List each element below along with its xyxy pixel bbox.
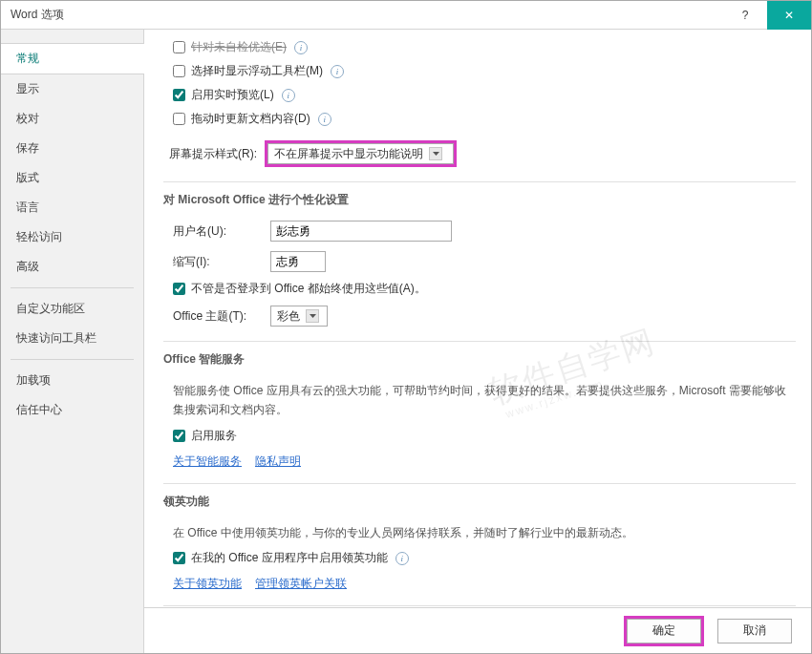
drag-update-checkbox[interactable] [173, 113, 185, 125]
sidebar-item-proofing[interactable]: 校对 [1, 104, 143, 134]
intelligent-enable-row: 启用服务 [163, 424, 796, 448]
screentip-highlight: 不在屏幕提示中显示功能说明 [265, 140, 457, 167]
chevron-down-icon [429, 147, 442, 160]
linkedin-enable-checkbox[interactable] [173, 552, 185, 564]
theme-row: Office 主题(T): 彩色 [163, 301, 796, 331]
info-icon[interactable]: i [294, 41, 308, 54]
sidebar-item-quick-access-toolbar[interactable]: 快速访问工具栏 [1, 324, 143, 353]
info-icon[interactable]: i [282, 89, 295, 102]
about-intelligent-link[interactable]: 关于智能服务 [173, 454, 242, 470]
mini-toolbar-label: 选择时显示浮动工具栏(M) [191, 63, 323, 79]
live-preview-label: 启用实时预览(L) [191, 87, 274, 103]
option-mini-toolbar: 选择时显示浮动工具栏(M) i [163, 59, 796, 83]
mini-toolbar-checkbox[interactable] [173, 65, 185, 77]
sidebar-item-trust-center[interactable]: 信任中心 [1, 395, 143, 425]
sidebar-item-advanced[interactable]: 高级 [1, 252, 143, 282]
screentip-label: 屏幕提示样式(R): [169, 146, 257, 162]
screentip-dropdown[interactable]: 不在屏幕提示中显示功能说明 [267, 143, 454, 164]
intelligent-enable-label: 启用服务 [191, 428, 237, 444]
username-row: 用户名(U): [163, 216, 796, 246]
linkedin-links: 关于领英功能 管理领英帐户关联 [163, 570, 796, 596]
titlebar: Word 选项 ? ✕ [1, 1, 811, 30]
sidebar-item-language[interactable]: 语言 [1, 193, 143, 222]
manage-linkedin-link[interactable]: 管理领英帐户关联 [255, 576, 347, 592]
info-icon[interactable]: i [331, 65, 344, 78]
theme-label: Office 主题(T): [173, 308, 263, 325]
content-area: 软件自学网 www.rjzxw.com 针对未自检优选(E) i 选择时显示浮动… [144, 30, 811, 653]
always-use-label: 不管是否登录到 Office 都始终使用这些值(A)。 [191, 281, 426, 297]
option-live-preview: 启用实时预览(L) i [163, 83, 796, 107]
drag-update-label: 拖动时更新文档内容(D) [191, 111, 310, 127]
main-row: 常规 显示 校对 保存 版式 语言 轻松访问 高级 自定义功能区 快速访问工具栏… [1, 30, 811, 653]
section-personalize: 对 Microsoft Office 进行个性化设置 [163, 181, 796, 216]
sidebar-item-customize-ribbon[interactable]: 自定义功能区 [1, 294, 143, 324]
linkedin-desc: 在 Office 中使用领英功能，与你的专业人员网络保持联系，并随时了解行业中的… [163, 517, 796, 546]
scroll-area[interactable]: 软件自学网 www.rjzxw.com 针对未自检优选(E) i 选择时显示浮动… [144, 30, 811, 607]
linkedin-enable-label: 在我的 Office 应用程序中启用领英功能 [191, 550, 388, 566]
truncated-checkbox[interactable] [173, 41, 185, 53]
theme-value: 彩色 [277, 308, 300, 325]
initials-row: 缩写(I): [163, 246, 796, 277]
sidebar-item-addins[interactable]: 加载项 [1, 366, 143, 395]
close-button[interactable]: ✕ [767, 1, 811, 30]
theme-dropdown[interactable]: 彩色 [270, 306, 328, 327]
sidebar-item-layout[interactable]: 版式 [1, 163, 143, 193]
sidebar-separator [11, 287, 134, 288]
dialog-title: Word 选项 [11, 7, 723, 23]
ok-button[interactable]: 确定 [627, 619, 701, 643]
live-preview-checkbox[interactable] [173, 89, 185, 101]
username-label: 用户名(U): [173, 223, 263, 240]
section-intelligent: Office 智能服务 [163, 341, 796, 375]
truncated-label: 针对未自检优选(E) [191, 39, 287, 55]
truncated-option: 针对未自检优选(E) i [163, 37, 796, 59]
info-icon[interactable]: i [395, 552, 409, 565]
initials-input[interactable] [270, 251, 326, 272]
sidebar-item-general[interactable]: 常规 [1, 43, 144, 74]
intelligent-desc: 智能服务使 Office 应用具有云的强大功能，可帮助节约时间，获得更好的结果。… [163, 375, 796, 424]
help-button[interactable]: ? [723, 1, 767, 30]
always-use-row: 不管是否登录到 Office 都始终使用这些值(A)。 [163, 277, 796, 301]
chevron-down-icon [306, 309, 319, 323]
privacy-link[interactable]: 隐私声明 [255, 454, 301, 470]
sidebar-item-save[interactable]: 保存 [1, 134, 143, 163]
initials-label: 缩写(I): [173, 254, 263, 270]
dialog-button-row: 确定 取消 [144, 607, 811, 653]
section-linkedin: 领英功能 [163, 483, 796, 517]
sidebar: 常规 显示 校对 保存 版式 语言 轻松访问 高级 自定义功能区 快速访问工具栏… [1, 30, 144, 653]
always-use-checkbox[interactable] [173, 283, 185, 295]
linkedin-enable-row: 在我的 Office 应用程序中启用领英功能 i [163, 546, 796, 570]
word-options-dialog: Word 选项 ? ✕ 常规 显示 校对 保存 版式 语言 轻松访问 高级 自定… [0, 0, 812, 654]
option-drag-update: 拖动时更新文档内容(D) i [163, 107, 796, 131]
section-startup: 启动选项 [163, 605, 796, 607]
about-linkedin-link[interactable]: 关于领英功能 [173, 576, 242, 592]
cancel-button[interactable]: 取消 [717, 619, 792, 643]
sidebar-item-ease-of-access[interactable]: 轻松访问 [1, 222, 143, 252]
intelligent-enable-checkbox[interactable] [173, 430, 185, 442]
sidebar-separator [11, 359, 134, 360]
ok-highlight: 确定 [624, 616, 704, 646]
screentip-row: 屏幕提示样式(R): 不在屏幕提示中显示功能说明 [163, 131, 796, 172]
sidebar-item-display[interactable]: 显示 [1, 74, 143, 104]
username-input[interactable] [270, 221, 452, 242]
info-icon[interactable]: i [318, 113, 331, 126]
intelligent-links: 关于智能服务 隐私声明 [163, 448, 796, 474]
screentip-value: 不在屏幕提示中显示功能说明 [274, 146, 423, 162]
